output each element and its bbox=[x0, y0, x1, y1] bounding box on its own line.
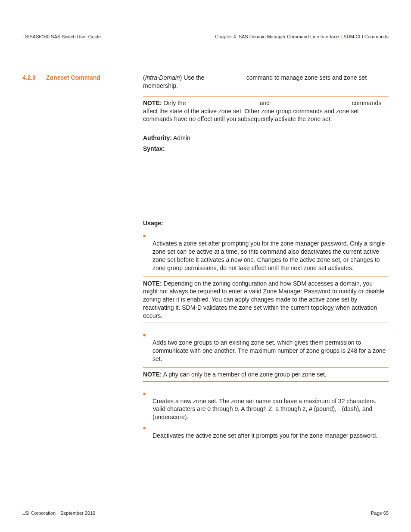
bullet-body: Adds two zone groups to an existing zone… bbox=[153, 331, 389, 363]
authority-label: Authority: bbox=[143, 134, 172, 141]
authority-line: Authority: Admin bbox=[143, 134, 389, 142]
bullet-cmd-placeholder bbox=[153, 424, 389, 431]
bullet3-desc: Creates a new zone set. The zone set nam… bbox=[153, 397, 389, 422]
note-box-3: NOTE: A phy can only be a member of one … bbox=[143, 367, 389, 382]
bullet-item-1: ■ Activates a zone set after prompting y… bbox=[143, 232, 389, 272]
content: 4.2.9 Zoneset Command (Intra-Domain) Use… bbox=[22, 74, 389, 441]
section-title: Zoneset Command bbox=[46, 74, 100, 441]
note2-text: Depending on the zoning configuration an… bbox=[143, 280, 384, 320]
bullet-item-4: ■ Deactivates the active zone set after … bbox=[143, 424, 389, 440]
section-number: 4.2.9 bbox=[22, 74, 46, 441]
page: LSISAS6160 SAS Switch User Guide Chapter… bbox=[0, 0, 411, 532]
bullet-body: Deactivates the active zone set after it… bbox=[153, 424, 389, 440]
note1-seg2: and bbox=[258, 100, 271, 106]
authority-value: Admin bbox=[172, 134, 190, 141]
header-left: LSISAS6160 SAS Switch User Guide bbox=[22, 34, 101, 40]
divider-icon: | bbox=[339, 34, 344, 39]
bullet-body: Creates a new zone set. The zone set nam… bbox=[153, 389, 389, 422]
note1-seg1: Only the bbox=[162, 100, 188, 106]
bullet4-desc: Deactivates the active zone set after it… bbox=[153, 432, 389, 440]
bullet2-desc: Adds two zone groups to an existing zone… bbox=[153, 339, 389, 363]
syntax-block bbox=[143, 156, 389, 216]
intro-text-a: ) Use the bbox=[180, 74, 206, 81]
bullet-cmd-placeholder bbox=[153, 331, 389, 338]
bullet-icon: ■ bbox=[143, 389, 153, 422]
bullet-item-3: ■ Creates a new zone set. The zone set n… bbox=[143, 389, 389, 422]
note-label: NOTE: bbox=[143, 371, 162, 378]
note-box-2: NOTE: Depending on the zoning configurat… bbox=[143, 277, 389, 323]
note-label: NOTE: bbox=[143, 100, 162, 106]
bullet-cmd-placeholder bbox=[153, 232, 389, 239]
note-label: NOTE: bbox=[143, 280, 162, 287]
header-chapter: Chapter 4: SAS Domain Manager Command Li… bbox=[215, 34, 339, 39]
note3-text: A phy can only be a member of one zone g… bbox=[162, 371, 327, 378]
page-header: LSISAS6160 SAS Switch User Guide Chapter… bbox=[22, 34, 389, 40]
header-right: Chapter 4: SAS Domain Manager Command Li… bbox=[215, 34, 389, 40]
divider-icon: | bbox=[56, 510, 60, 516]
footer-company: LSI Corporation bbox=[22, 510, 56, 516]
section-heading: 4.2.9 Zoneset Command bbox=[22, 74, 143, 441]
intro-domain: Intra-Domain bbox=[145, 74, 180, 81]
bullet1-desc: Activates a zone set after prompting you… bbox=[153, 240, 389, 272]
intro-paragraph: (Intra-Domain) Use the command to manage… bbox=[143, 74, 389, 90]
syntax-label: Syntax: bbox=[143, 145, 389, 153]
bullet-body: Activates a zone set after prompting you… bbox=[153, 232, 389, 272]
note-box-1: NOTE: Only the and commands affect the s… bbox=[143, 96, 389, 127]
bullet-icon: ■ bbox=[143, 331, 153, 363]
footer-left: LSI Corporation|September 2010 bbox=[22, 510, 95, 516]
bullet-icon: ■ bbox=[143, 424, 153, 440]
section-body: (Intra-Domain) Use the command to manage… bbox=[143, 74, 389, 441]
footer-date: September 2010 bbox=[60, 510, 95, 516]
usage-label: Usage: bbox=[143, 219, 389, 227]
page-footer: LSI Corporation|September 2010 Page 65 bbox=[22, 510, 389, 516]
footer-right: Page 65 bbox=[371, 510, 389, 516]
bullet-cmd-placeholder bbox=[153, 389, 389, 396]
bullet-icon: ■ bbox=[143, 232, 153, 272]
header-section: SDM-CLI Commands bbox=[343, 34, 389, 39]
bullet-item-2: ■ Adds two zone groups to an existing zo… bbox=[143, 331, 389, 363]
